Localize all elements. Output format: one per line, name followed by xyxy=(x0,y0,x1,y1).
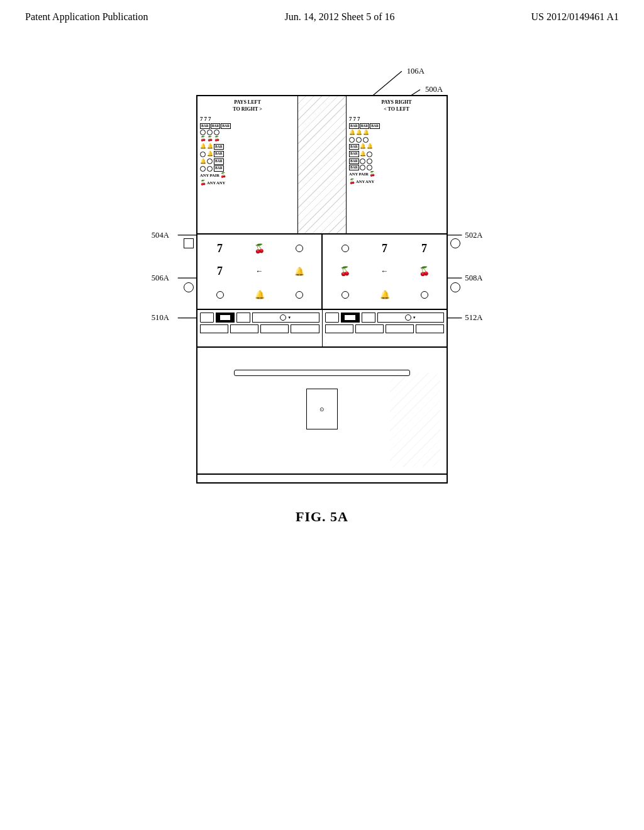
header-right: US 2012/0149461 A1 xyxy=(531,11,619,23)
pt-right-row-5: BAR 🔔 🔔 xyxy=(349,143,444,150)
ctrl-button-large[interactable]: ▼ xyxy=(252,313,319,323)
pt-left-row-2: BAR BAR BAR xyxy=(200,123,295,129)
pt-right-row-1: 7 7 7 xyxy=(349,115,444,123)
pt-left-row-10: 🍒 ANY ANY xyxy=(200,180,295,187)
svg-text:106A: 106A xyxy=(407,67,425,75)
ctrl-button[interactable] xyxy=(355,324,384,333)
paytable-left: PAYS LEFTTO RIGHT > 7 7 7 BAR BAR BAR xyxy=(197,96,298,233)
bottom-hatch xyxy=(390,373,440,467)
ctrl-button[interactable] xyxy=(386,324,414,333)
ctrl-button[interactable] xyxy=(260,324,289,333)
reel-right: 7 7 🍒 ← 🍒 🔔 xyxy=(322,235,447,309)
cabinet-bottom: ⊙ xyxy=(197,348,447,473)
annotation-circle-506a xyxy=(184,282,194,292)
pt-left-row-5: 🔔 🔔 BAR xyxy=(200,143,295,150)
ctrl-button-large[interactable]: ▼ xyxy=(377,313,445,323)
pt-right-row-6: BAR 🔔 xyxy=(349,151,444,158)
ctrl-button[interactable] xyxy=(230,324,258,333)
reel-cell: 7 xyxy=(365,238,404,260)
reel-cell xyxy=(326,284,364,306)
pt-left-row-3 xyxy=(200,130,295,135)
coin-slot[interactable]: ⊙ xyxy=(306,389,338,429)
figure-caption: FIG. 5A xyxy=(296,509,348,525)
coin-slot-symbol: ⊙ xyxy=(319,406,325,412)
reel-cell: ← xyxy=(240,261,279,283)
control-section: ▼ xyxy=(197,310,447,348)
reel-cell: ← xyxy=(365,261,404,283)
center-display-screen xyxy=(298,96,346,233)
annotation-circle-502a xyxy=(450,238,460,248)
reel-cell: 7 xyxy=(405,238,443,260)
pt-right-row-2: BAR BAR BAR xyxy=(349,123,444,129)
ctrl-button[interactable] xyxy=(325,313,339,323)
pt-left-row-8: BAR xyxy=(200,165,295,171)
pt-left-row-7: 🔔 BAR xyxy=(200,158,295,165)
controls-right: ▼ xyxy=(323,310,447,346)
reel-cell: 7 xyxy=(201,238,239,260)
svg-line-0 xyxy=(371,71,402,97)
ctrl-button[interactable] xyxy=(291,324,319,333)
svg-text:512A: 512A xyxy=(465,313,483,322)
svg-text:506A: 506A xyxy=(152,274,170,282)
ctrl-button[interactable] xyxy=(362,313,375,323)
svg-text:500A: 500A xyxy=(425,85,443,94)
ctrl-button[interactable] xyxy=(236,313,250,323)
reel-cell xyxy=(280,238,318,260)
paytable-right-header: PAYS RIGHT< TO LEFT xyxy=(349,99,444,113)
svg-text:510A: 510A xyxy=(152,313,170,322)
ctrl-button[interactable] xyxy=(200,324,228,333)
pt-left-row-9: ANY PAIR 🍒 xyxy=(200,172,295,179)
pt-left-row-6: 🔔 BAR xyxy=(200,151,295,158)
pt-right-row-7: BAR xyxy=(349,158,444,164)
annotation-circle-508a xyxy=(450,282,460,292)
reel-cell xyxy=(326,238,364,260)
header-left: Patent Application Publication xyxy=(25,11,148,23)
main-content: 106A 500A 504A 502A 506A 508A 510A 512A xyxy=(0,23,644,525)
pt-right-row-10: 🍒 ANY ANY xyxy=(349,179,444,185)
reel-cell: 🍒 xyxy=(326,261,364,283)
pt-right-row-3: 🔔 🔔 🔔 xyxy=(349,130,444,136)
reel-left: 7 🍒 7 ← 🔔 🔔 xyxy=(197,235,322,309)
reel-cell: 🍒 xyxy=(240,238,279,260)
machine-base xyxy=(196,475,448,484)
reel-cell xyxy=(280,284,318,306)
reel-cell xyxy=(405,284,443,306)
header-center: Jun. 14, 2012 Sheet 5 of 16 xyxy=(284,11,394,23)
ctrl-button[interactable] xyxy=(216,313,235,323)
page-header: Patent Application Publication Jun. 14, … xyxy=(0,0,644,23)
paytable-right: PAYS RIGHT< TO LEFT 7 7 7 BAR BAR BAR xyxy=(346,96,447,233)
coin-tray xyxy=(234,370,410,376)
ctrl-button[interactable] xyxy=(341,313,360,323)
annotation-circle-504a xyxy=(184,238,194,248)
controls-left: ▼ xyxy=(197,310,323,346)
pt-right-row-8: BAR xyxy=(349,165,444,170)
reel-cell xyxy=(201,284,239,306)
svg-text:508A: 508A xyxy=(465,274,483,282)
reel-cell: 7 xyxy=(201,261,239,283)
ctrl-button[interactable] xyxy=(200,313,214,323)
pt-right-row-9: ANY PAIR 🍒 xyxy=(349,171,444,178)
paytable-left-header: PAYS LEFTTO RIGHT > xyxy=(200,99,295,113)
svg-text:504A: 504A xyxy=(152,231,170,240)
slot-machine: PAYS LEFTTO RIGHT > 7 7 7 BAR BAR BAR xyxy=(196,95,448,484)
svg-text:502A: 502A xyxy=(465,231,483,240)
reel-cell: 🔔 xyxy=(365,284,404,306)
ctrl-button[interactable] xyxy=(416,324,444,333)
pt-right-row-4 xyxy=(349,137,444,143)
reel-cell: 🔔 xyxy=(240,284,279,306)
reel-section: 7 🍒 7 ← 🔔 🔔 7 7 xyxy=(197,235,447,310)
pt-left-row-1: 7 7 7 xyxy=(200,115,295,123)
ctrl-button[interactable] xyxy=(325,324,353,333)
reel-cell: 🍒 xyxy=(405,261,443,283)
reel-cell: 🔔 xyxy=(280,261,318,283)
pt-left-row-4: 🍒 🍒 🍒 xyxy=(200,136,295,143)
